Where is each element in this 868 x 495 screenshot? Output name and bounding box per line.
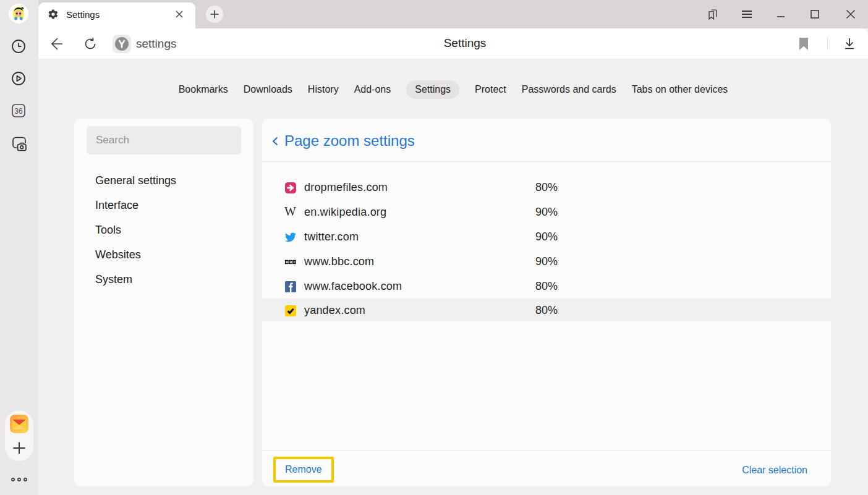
svg-text:36: 36: [14, 107, 23, 116]
svg-text:B: B: [286, 260, 288, 264]
svg-text:B: B: [289, 260, 292, 264]
svg-text:C: C: [294, 260, 296, 264]
